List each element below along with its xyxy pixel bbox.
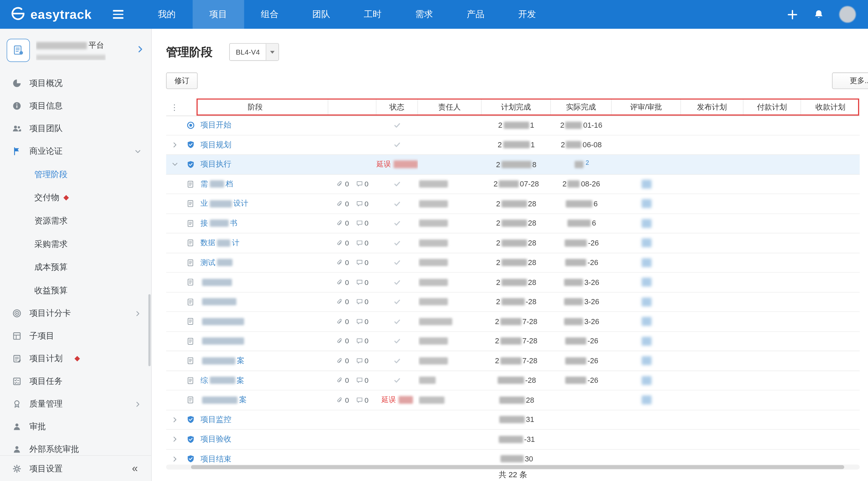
attachment-count[interactable]: 0: [336, 278, 349, 286]
sidebar-item-project-settings[interactable]: 项目设置 «: [0, 455, 151, 481]
nav-item-6[interactable]: 需求: [398, 0, 450, 29]
comment-count[interactable]: 0: [356, 180, 368, 188]
chevron-right-icon[interactable]: [169, 456, 180, 462]
attachment-count[interactable]: 0: [336, 219, 349, 227]
attachment-count[interactable]: 0: [336, 376, 349, 385]
chevron-right-icon[interactable]: [169, 416, 180, 423]
table-row[interactable]: 数据计00228-26: [166, 233, 860, 253]
sidebar-item[interactable]: 项目团队: [0, 117, 151, 140]
comment-count[interactable]: 0: [356, 259, 368, 267]
table-row[interactable]: 案0027-28-26: [166, 351, 860, 371]
sidebar-subitem[interactable]: 收益预算: [0, 279, 151, 302]
table-row[interactable]: 项目结束30: [166, 449, 860, 465]
attachment-count[interactable]: 0: [336, 298, 349, 306]
col-owner[interactable]: 责任人: [418, 99, 481, 116]
col-review[interactable]: 评审/审批: [612, 99, 681, 116]
col-release-plan[interactable]: 发布计划: [681, 99, 744, 116]
col-payment-plan[interactable]: 付款计划: [744, 99, 801, 116]
hamburger-menu-icon[interactable]: [113, 10, 123, 19]
phase-name-link[interactable]: 案: [200, 395, 247, 405]
phase-name-link[interactable]: 需档: [200, 179, 233, 189]
col-receipt-plan[interactable]: 收款计划: [801, 99, 860, 116]
row-handle-icon[interactable]: ⋮: [166, 102, 182, 112]
table-row[interactable]: 0027-28-26: [166, 332, 860, 351]
attachment-count[interactable]: 0: [336, 317, 349, 325]
comment-count[interactable]: 0: [356, 278, 368, 286]
table-row[interactable]: 002-283-26: [166, 292, 860, 312]
table-row[interactable]: 案00延误28: [166, 390, 860, 410]
phase-name-link[interactable]: 测试: [200, 257, 234, 267]
sidebar-item[interactable]: 项目任务: [0, 370, 151, 393]
nav-item-7[interactable]: 产品: [450, 0, 501, 29]
comment-count[interactable]: 0: [356, 239, 368, 247]
sidebar-item[interactable]: 外部系统审批: [0, 438, 151, 456]
phase-name-link[interactable]: 业设计: [200, 199, 248, 209]
nav-item-3[interactable]: 组合: [244, 0, 296, 29]
col-stage[interactable]: ⋮阶段: [166, 99, 328, 116]
project-switcher-chevron-icon[interactable]: [136, 45, 144, 56]
chevron-down-icon[interactable]: [169, 161, 180, 168]
sidebar-scrollbar[interactable]: [148, 294, 151, 366]
add-icon[interactable]: [787, 9, 798, 20]
comment-count[interactable]: 0: [356, 317, 368, 325]
col-plan-finish[interactable]: 计划完成: [482, 99, 551, 116]
attachment-count[interactable]: 0: [336, 239, 349, 247]
notifications-bell-icon[interactable]: [813, 9, 824, 20]
comment-count[interactable]: 0: [356, 376, 368, 385]
sidebar-subitem[interactable]: 采购需求: [0, 232, 151, 256]
nav-item-1[interactable]: 我的: [141, 0, 192, 29]
attachment-count[interactable]: 0: [336, 337, 349, 345]
phase-name-link[interactable]: 项目监控: [200, 415, 231, 425]
chevron-right-icon[interactable]: [169, 436, 180, 443]
chevron-right-icon[interactable]: [169, 141, 180, 148]
sidebar-item[interactable]: 商业论证: [0, 140, 151, 163]
phase-name-link[interactable]: 项目规划: [200, 140, 231, 150]
phase-name-link[interactable]: 接书: [200, 218, 237, 228]
phase-name-link[interactable]: 项目结束: [200, 454, 231, 464]
table-row[interactable]: 项目执行延误282: [166, 155, 860, 174]
sidebar-subitem[interactable]: 管理阶段: [0, 163, 151, 186]
phase-name-link[interactable]: [200, 298, 238, 306]
phase-name-link[interactable]: 项目执行: [200, 159, 231, 169]
attachment-count[interactable]: 0: [336, 180, 349, 188]
phase-name-link[interactable]: 案: [200, 356, 244, 366]
collapse-sidebar-icon[interactable]: «: [132, 462, 138, 474]
table-row[interactable]: 项目开始21201-16: [166, 116, 860, 135]
comment-count[interactable]: 0: [356, 199, 368, 208]
phase-name-link[interactable]: 项目验收: [200, 434, 231, 444]
comment-count[interactable]: 0: [356, 219, 368, 227]
attachment-count[interactable]: 0: [336, 199, 349, 208]
table-row[interactable]: 需档00207-28208-26: [166, 174, 860, 194]
sidebar-item[interactable]: 项目信息: [0, 94, 151, 117]
phase-name-link[interactable]: [200, 318, 246, 325]
phase-name-link[interactable]: [200, 337, 246, 345]
sidebar-item[interactable]: 项目计分卡: [0, 302, 151, 325]
project-switcher[interactable]: 平台: [0, 29, 151, 72]
attachment-count[interactable]: 0: [336, 396, 349, 404]
nav-item-5[interactable]: 工时: [347, 0, 399, 29]
sidebar-subitem[interactable]: 交付物: [0, 186, 151, 209]
phase-name-link[interactable]: 项目开始: [200, 120, 231, 130]
user-avatar[interactable]: [839, 6, 856, 23]
sidebar-subitem[interactable]: 资源需求: [0, 209, 151, 232]
phase-name-link[interactable]: 综案: [200, 375, 244, 385]
comment-count[interactable]: 0: [356, 357, 368, 365]
comment-count[interactable]: 0: [356, 337, 368, 345]
revise-button[interactable]: 修订: [166, 72, 198, 89]
attachment-count[interactable]: 0: [336, 259, 349, 267]
table-row[interactable]: 测试00228-26: [166, 253, 860, 273]
sidebar-item[interactable]: 审批: [0, 415, 151, 438]
table-row[interactable]: 接书002286: [166, 214, 860, 233]
table-row[interactable]: 项目监控31: [166, 410, 860, 430]
nav-item-4[interactable]: 团队: [296, 0, 347, 29]
table-row[interactable]: 业设计002286: [166, 194, 860, 214]
sidebar-item[interactable]: 项目概况: [0, 72, 151, 94]
phase-name-link[interactable]: 数据计: [200, 238, 240, 248]
phase-name-link[interactable]: [200, 279, 234, 286]
logo[interactable]: easytrack: [10, 5, 92, 23]
date-text[interactable]: 2: [586, 159, 589, 166]
sidebar-item[interactable]: 子项目: [0, 325, 151, 347]
sidebar-item[interactable]: 质量管理: [0, 393, 151, 415]
col-status[interactable]: 状态: [376, 99, 418, 116]
comment-count[interactable]: 0: [356, 298, 368, 306]
